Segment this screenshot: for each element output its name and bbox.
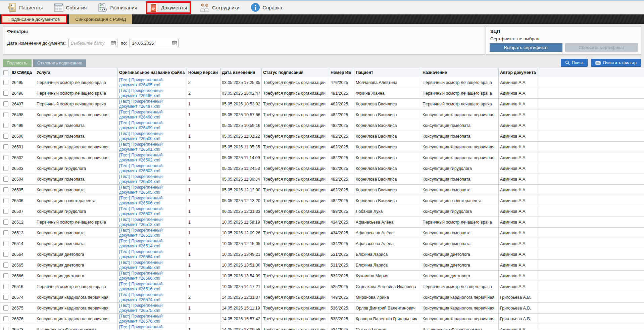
- document-file-link[interactable]: [Тест] Прикрепленный документ #26502.xml: [119, 153, 162, 162]
- reset-certificate-button[interactable]: Сбросить сертификат: [565, 43, 638, 52]
- row-checkbox[interactable]: [3, 316, 8, 321]
- row-checkbox[interactable]: [3, 230, 8, 235]
- row-checkbox[interactable]: [3, 112, 8, 117]
- table-row[interactable]: 26501Консультация кардиолога первичная[Т…: [0, 142, 644, 152]
- document-file-link[interactable]: [Тест] Прикрепленный документ #26574.xml: [119, 292, 162, 302]
- column-header[interactable]: Назначение: [421, 68, 499, 77]
- clear-filter-button[interactable]: Очистить фильтр: [591, 59, 641, 67]
- date-from-input[interactable]: [68, 39, 117, 47]
- row-checkbox[interactable]: [3, 273, 8, 278]
- document-file-link[interactable]: [Тест] Прикрепленный документ #26576.xml: [119, 314, 162, 324]
- document-file-link[interactable]: [Тест] Прикрепленный документ #26506.xml: [119, 196, 162, 205]
- tab-document-signing[interactable]: Подписание документов: [2, 16, 66, 22]
- row-checkbox[interactable]: [3, 252, 8, 257]
- table-row[interactable]: 26513Консультация гомеопата[Тест] Прикре…: [0, 228, 644, 238]
- row-checkbox[interactable]: [3, 144, 8, 149]
- document-file-link[interactable]: [Тест] Прикрепленный документ #26495.xml: [119, 78, 162, 87]
- document-file-link[interactable]: [Тест] Прикрепленный документ #26512.xml: [119, 217, 162, 227]
- row-checkbox[interactable]: [3, 295, 8, 300]
- toolbar-item-events[interactable]: События: [51, 1, 89, 14]
- table-row[interactable]: 26514Консультация гомеопата[Тест] Прикре…: [0, 238, 644, 249]
- toolbar-item-help[interactable]: Справка: [248, 1, 285, 14]
- cell-author: Админов А.А.: [499, 271, 538, 281]
- document-file-link[interactable]: [Тест] Прикрепленный документ #26507.xml: [119, 206, 162, 216]
- row-checkbox[interactable]: [3, 123, 8, 128]
- toolbar-item-label: Сотрудники: [212, 5, 239, 10]
- column-header[interactable]: Автор документа: [499, 68, 538, 77]
- toolbar-item-employees[interactable]: Сотрудники: [197, 1, 242, 14]
- table-row[interactable]: 26575Консультация кардиолога первичная[Т…: [0, 303, 644, 314]
- toolbar-item-schedules[interactable]: Расписания: [95, 1, 140, 14]
- document-file-link[interactable]: [Тест] Прикрепленный документ #26497.xml: [119, 99, 162, 109]
- row-checkbox[interactable]: [3, 91, 8, 96]
- document-file-link[interactable]: [Тест] Прикрепленный документ #26566.xml: [119, 271, 162, 281]
- row-checkbox[interactable]: [3, 155, 8, 160]
- search-button[interactable]: Поиск: [561, 59, 588, 67]
- table-row[interactable]: 26574Консультация кардиолога первичная[Т…: [0, 292, 644, 303]
- date-to-input[interactable]: [130, 39, 179, 47]
- row-checkbox[interactable]: [3, 284, 8, 289]
- row-checkbox[interactable]: [3, 134, 8, 139]
- column-header[interactable]: Статус подписания: [262, 68, 329, 77]
- row-checkbox[interactable]: [3, 187, 8, 192]
- table-row[interactable]: 26499Консультация гомеопата[Тест] Прикре…: [0, 120, 644, 131]
- document-file-link[interactable]: [Тест] Прикрепленный документ #26496.xml: [119, 88, 162, 98]
- row-checkbox[interactable]: [3, 263, 8, 268]
- column-header[interactable]: Дата изменения: [220, 68, 262, 77]
- table-row[interactable]: 26503Консультация гирудолога[Тест] Прикр…: [0, 163, 644, 174]
- row-checkbox[interactable]: [3, 220, 8, 225]
- table-row[interactable]: 26565Консультация диетолога[Тест] Прикре…: [0, 260, 644, 271]
- row-checkbox[interactable]: [3, 209, 8, 214]
- table-row[interactable]: 26576Консультация кардиолога первичная[Т…: [0, 314, 644, 324]
- document-file-link[interactable]: [Тест] Прикрепленный документ #26501.xml: [119, 142, 162, 152]
- document-file-link[interactable]: [Тест] Прикрепленный документ #26513.xml: [119, 228, 162, 238]
- select-all-checkbox[interactable]: [3, 70, 8, 75]
- table-row[interactable]: 26566Консультация диетолога[Тест] Прикре…: [0, 271, 644, 281]
- table-row[interactable]: 26504Консультация гомеопата[Тест] Прикре…: [0, 174, 644, 185]
- document-file-link[interactable]: [Тест] Прикрепленный документ #26504.xml: [119, 174, 162, 184]
- document-file-link[interactable]: [Тест] Прикрепленный документ #26516.xml: [119, 282, 162, 291]
- document-file-link[interactable]: [Тест] Прикрепленный документ #26514.xml: [119, 239, 162, 248]
- table-row[interactable]: 26505Консультация гомеопата[Тест] Прикре…: [0, 185, 644, 195]
- document-file-link[interactable]: [Тест] Прикрепленный документ #26505.xml: [119, 185, 162, 195]
- column-header[interactable]: Оригинальное название файла: [118, 68, 187, 77]
- document-file-link[interactable]: [Тест] Прикрепленный документ #26498.xml: [119, 110, 162, 120]
- column-header[interactable]: Пациент: [354, 68, 421, 77]
- table-row[interactable]: 26496Первичный осмотр лечащего врача[Тес…: [0, 88, 644, 99]
- column-header[interactable]: ID СЭМДа: [10, 68, 35, 77]
- select-certificate-button[interactable]: Выбрать сертификат: [490, 43, 562, 52]
- sign-button[interactable]: Подписать: [3, 59, 32, 67]
- row-checkbox[interactable]: [3, 305, 8, 311]
- row-checkbox[interactable]: [3, 177, 8, 182]
- decline-signing-button[interactable]: Отклонить подписание: [33, 59, 86, 67]
- column-header[interactable]: Номер ИБ: [329, 68, 354, 77]
- document-file-link[interactable]: [Тест] Прикрепленный документ #26500.xml: [119, 131, 162, 141]
- table-row[interactable]: 26500Консультация гомеопата[Тест] Прикре…: [0, 131, 644, 142]
- document-file-link[interactable]: [Тест] Прикрепленный документ #26565.xml: [119, 260, 162, 270]
- tab-remd-sync[interactable]: Синхронизация с РЭМД: [69, 14, 132, 24]
- table-row[interactable]: 26516Первичный осмотр лечащего врача[Тес…: [0, 281, 644, 292]
- document-file-link[interactable]: [Тест] Прикрепленный документ #26499.xml: [119, 121, 162, 130]
- table-row[interactable]: 26512Первичный осмотр лечащего врача[Тес…: [0, 217, 644, 228]
- document-file-link[interactable]: [Тест] Прикрепленный документ #26564.xml: [119, 249, 162, 259]
- column-header[interactable]: Номер версии: [187, 68, 220, 77]
- table-row[interactable]: 26498Консультация кардиолога первичная[Т…: [0, 109, 644, 120]
- table-row[interactable]: 26497Первичный осмотр лечащего врача[Тес…: [0, 99, 644, 109]
- toolbar-item-documents[interactable]: Документы: [147, 3, 190, 12]
- document-file-link[interactable]: [Тест] Прикрепленный документ #26503.xml: [119, 163, 162, 173]
- table-row[interactable]: 26502Консультация кардиолога первичная[Т…: [0, 152, 644, 163]
- row-checkbox[interactable]: [3, 198, 8, 203]
- table-row[interactable]: 26506Консультация озонотерапевта[Тест] П…: [0, 195, 644, 206]
- toolbar-item-patients[interactable]: Пациенты: [5, 1, 45, 14]
- document-file-link[interactable]: [Тест] Прикрепленный документ #26575.xml: [119, 303, 162, 313]
- calendar-picker-icon[interactable]: [111, 41, 116, 45]
- row-checkbox[interactable]: [3, 101, 8, 106]
- column-header[interactable]: Услуга: [35, 68, 118, 77]
- calendar-picker-icon[interactable]: [172, 41, 177, 45]
- table-row[interactable]: 26564Консультация диетолога[Тест] Прикре…: [0, 249, 644, 260]
- table-row[interactable]: 26507Консультация гирудолога[Тест] Прикр…: [0, 206, 644, 217]
- table-row[interactable]: 26495Первичный осмотр лечащего врача[Тес…: [0, 77, 644, 88]
- row-checkbox[interactable]: [3, 241, 8, 246]
- row-checkbox[interactable]: [3, 80, 8, 85]
- row-checkbox[interactable]: [3, 166, 8, 171]
